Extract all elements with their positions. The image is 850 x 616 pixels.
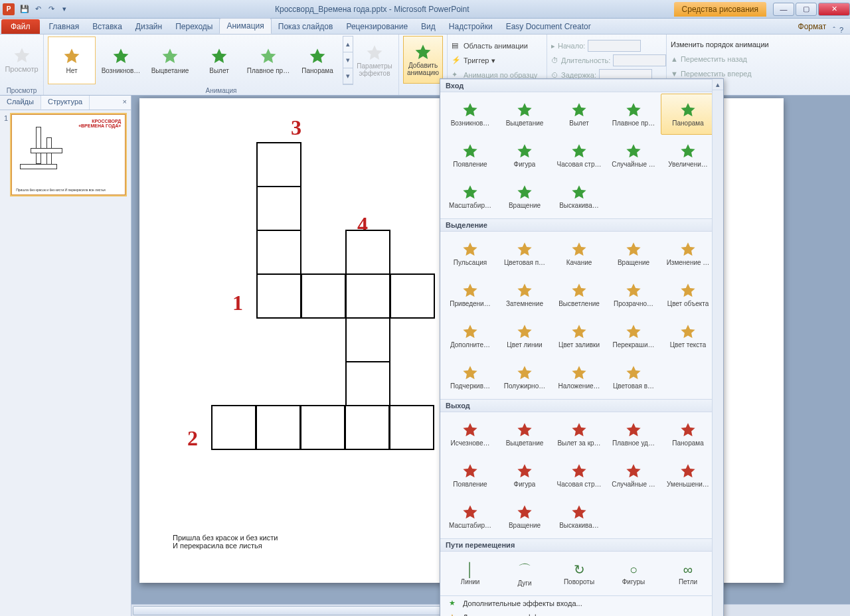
effect-item[interactable]: Пульсация [443, 233, 497, 274]
pane-tab-slides[interactable]: Слайды [0, 96, 41, 110]
effect-item[interactable]: Появление [443, 135, 497, 176]
qat-undo-icon[interactable]: ↶ [32, 3, 44, 15]
motion-path-item[interactable]: ∞Петли [661, 553, 715, 594]
effect-item[interactable]: Вылет за кр… [552, 414, 606, 455]
cell[interactable] [256, 230, 301, 275]
cell[interactable] [256, 142, 301, 187]
close-button[interactable]: ✕ [818, 3, 850, 16]
effect-item[interactable]: Случайные … [606, 455, 661, 496]
effect-item[interactable]: Цвет линии [497, 315, 552, 356]
tab-format[interactable]: Формат [792, 19, 833, 34]
effect-item[interactable]: Фигура [497, 455, 552, 496]
effect-item[interactable]: Выскакива… [552, 176, 606, 217]
gallery-more-icon[interactable]: ▾ [343, 68, 353, 84]
anim-float[interactable]: Плавное пр… [244, 37, 292, 84]
effect-item[interactable]: Цветовая в… [606, 356, 661, 398]
qat-save-icon[interactable]: 💾 [19, 3, 31, 15]
cell[interactable] [256, 186, 301, 231]
effect-item[interactable]: Цветовая п… [497, 233, 552, 274]
effect-item[interactable]: Изменение … [661, 233, 715, 274]
motion-path-item[interactable]: ⌒Дуги [497, 553, 552, 594]
slide-thumbnail[interactable]: КРОССВОРД «ВРЕМЕНА ГОДА» Пришла без крас… [11, 114, 126, 195]
effect-item[interactable]: Масштабир… [443, 496, 497, 537]
effect-item[interactable]: Фигура [497, 135, 552, 176]
effect-item[interactable]: Цвет заливки [552, 315, 606, 356]
more-entrance[interactable]: ★Дополнительные эффекты входа... [440, 596, 723, 610]
qat-redo-icon[interactable]: ↷ [45, 3, 57, 15]
effect-item[interactable]: Появление [443, 455, 497, 496]
anim-appear[interactable]: Возникнов… [97, 37, 145, 84]
tab-design[interactable]: Дизайн [129, 19, 169, 34]
effect-item[interactable]: Вращение [497, 176, 552, 217]
anim-none[interactable]: Нет [48, 37, 96, 84]
effect-item[interactable]: Вылет [552, 94, 606, 135]
effect-item[interactable]: Подчеркив… [443, 356, 497, 398]
effect-item[interactable]: Вращение [497, 496, 552, 537]
gallery-down-icon[interactable]: ▾ [343, 52, 353, 68]
minimize-ribbon-icon[interactable]: ˆ [833, 26, 835, 34]
scroll-up-icon[interactable]: ▴ [713, 79, 723, 90]
motion-path-item[interactable]: │Линии [443, 553, 497, 594]
effect-item[interactable]: Цвет текста [661, 315, 715, 356]
effect-item[interactable]: Полужирно… [497, 356, 552, 398]
motion-path-item[interactable]: ↻Повороты [552, 553, 606, 594]
effect-item[interactable]: Выскакива… [552, 496, 606, 537]
effect-item[interactable]: Прозрачно… [606, 274, 661, 315]
anim-split[interactable]: Панорама [294, 37, 341, 84]
effect-item[interactable]: Наложение… [552, 356, 606, 398]
effect-item[interactable]: Цвет объекта [661, 274, 715, 315]
minimize-button[interactable]: ― [773, 3, 794, 16]
effect-item[interactable]: Панорама [661, 94, 715, 135]
cell[interactable] [345, 405, 390, 450]
cell[interactable] [345, 273, 390, 319]
maximize-button[interactable]: ▢ [796, 3, 817, 16]
tab-animation[interactable]: Анимация [219, 18, 271, 34]
anim-fade[interactable]: Выцветание [146, 37, 194, 84]
tab-transitions[interactable]: Переходы [169, 19, 219, 34]
cell[interactable] [345, 230, 390, 275]
trigger-button[interactable]: ⚡Триггер▾ [452, 53, 495, 68]
anim-flyin[interactable]: Вылет [195, 37, 243, 84]
tab-home[interactable]: Главная [42, 19, 86, 34]
effect-item[interactable]: Случайные … [606, 135, 661, 176]
tab-view[interactable]: Вид [414, 19, 442, 34]
cell[interactable] [390, 273, 435, 319]
effect-item[interactable]: Выцветание [497, 94, 552, 135]
tab-insert[interactable]: Вставка [86, 19, 129, 34]
pane-tab-outline[interactable]: Структура [41, 96, 90, 110]
effect-item[interactable]: Плавное пр… [606, 94, 661, 135]
effect-item[interactable]: Выцветание [497, 414, 552, 455]
cell[interactable] [256, 273, 301, 319]
cell[interactable] [211, 405, 256, 450]
effect-item[interactable]: Высветление [552, 274, 606, 315]
effect-item[interactable]: Масштабир… [443, 176, 497, 217]
effect-item[interactable]: Часовая стр… [552, 135, 606, 176]
tab-review[interactable]: Рецензирование [339, 19, 414, 34]
qat-more-icon[interactable]: ▾ [58, 3, 70, 15]
cell[interactable] [301, 273, 346, 319]
effect-item[interactable]: Затемнение [497, 274, 552, 315]
effect-item[interactable]: Дополните… [443, 315, 497, 356]
effect-item[interactable]: Возникнов… [443, 94, 497, 135]
effect-item[interactable]: Уменьшени… [661, 455, 715, 496]
effect-item[interactable]: Часовая стр… [552, 455, 606, 496]
gallery-up-icon[interactable]: ▴ [343, 37, 353, 52]
cell[interactable] [345, 361, 390, 406]
effect-item[interactable]: Плавное уд… [606, 414, 661, 455]
effect-item[interactable]: Панорама [661, 414, 715, 455]
pane-close-icon[interactable]: × [119, 96, 131, 110]
effect-item[interactable]: Вращение [606, 233, 661, 274]
cell[interactable] [300, 405, 345, 450]
help-icon[interactable]: ? [839, 26, 843, 34]
cell[interactable] [256, 405, 301, 450]
effect-item[interactable]: Исчезнове… [443, 414, 497, 455]
tab-addins[interactable]: Надстройки [442, 19, 499, 34]
file-tab[interactable]: Файл [1, 19, 40, 34]
effect-item[interactable]: Увеличени… [661, 135, 715, 176]
tab-easydoc[interactable]: Easy Document Creator [499, 19, 598, 34]
cell[interactable] [389, 405, 434, 450]
effect-item[interactable]: Перекраши… [606, 315, 661, 356]
motion-path-item[interactable]: ○Фигуры [606, 553, 661, 594]
anim-pane-button[interactable]: ▤Область анимации [452, 38, 528, 53]
effect-item[interactable]: Приведени… [443, 274, 497, 315]
